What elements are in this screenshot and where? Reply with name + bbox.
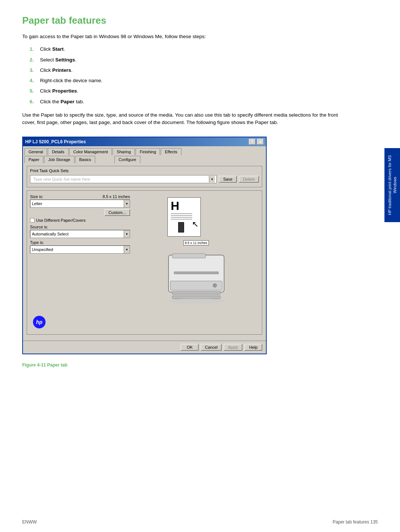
paper-h-letter: H bbox=[171, 200, 197, 212]
tab-finishing[interactable]: Finishing bbox=[136, 148, 160, 155]
dialog-bottom-buttons: OK Cancel Apply Help bbox=[23, 341, 266, 354]
use-different-checkbox[interactable] bbox=[30, 218, 34, 222]
size-value: 8.5 x 11 inches bbox=[103, 194, 130, 199]
svg-point-4 bbox=[213, 284, 217, 287]
ok-button[interactable]: OK bbox=[181, 344, 199, 351]
type-is-label: Type is: bbox=[30, 240, 130, 245]
page-footer: ENWW Paper tab features 135 bbox=[22, 519, 378, 525]
dialog-body: Print Task Quick Sets Type new Quick Set… bbox=[23, 163, 266, 341]
cancel-button[interactable]: Cancel bbox=[201, 344, 221, 351]
dialog-titlebar: HP LJ 5200_PCL6 Properties ? ✕ bbox=[23, 137, 266, 146]
dialog-title: HP LJ 5200_PCL6 Properties bbox=[25, 139, 86, 144]
footer-right: Paper tab features 135 bbox=[333, 519, 378, 525]
size-badge: 8.5 x 11 inches bbox=[183, 240, 209, 245]
step-2: 2. Select Settings. bbox=[30, 56, 341, 64]
step-text-4: Right-click the device name. bbox=[40, 77, 103, 84]
hp-logo: hp bbox=[33, 316, 46, 328]
cursor-icon: ↖ bbox=[192, 220, 199, 229]
paper-line-1 bbox=[171, 213, 192, 214]
source-selected-value: Automatically Select bbox=[30, 232, 69, 236]
paper-lines bbox=[171, 213, 197, 220]
side-tab: HP traditional print drivers for MS Wind… bbox=[384, 148, 400, 222]
step-text-3: Click Printers. bbox=[40, 67, 73, 74]
custom-button[interactable]: Custom... bbox=[104, 209, 130, 216]
titlebar-buttons: ? ✕ bbox=[249, 139, 264, 145]
paper-options-fieldset: Size is: 8.5 x 11 inches Letter ▼ Custom… bbox=[27, 190, 262, 335]
step-text-6: Click the Paper tab. bbox=[40, 98, 84, 106]
quick-set-placeholder: Type new Quick Set name here bbox=[32, 177, 90, 181]
size-selected-value: Letter bbox=[30, 201, 42, 206]
step-num-2: 2. bbox=[30, 56, 36, 64]
apply-button[interactable]: Apply bbox=[224, 344, 242, 351]
quick-set-row: Type new Quick Set name here ▼ Save Dele… bbox=[30, 175, 259, 183]
page-title: Paper tab features bbox=[22, 15, 341, 26]
size-select[interactable]: Letter ▼ bbox=[30, 200, 130, 208]
help-btn[interactable]: Help bbox=[244, 344, 262, 351]
svg-point-7 bbox=[169, 298, 224, 304]
footer-left: ENWW bbox=[22, 519, 37, 525]
step-5: 5. Click Properties. bbox=[30, 87, 341, 95]
svg-rect-2 bbox=[174, 272, 219, 274]
paper-right-column: H ↖ bbox=[134, 194, 259, 311]
tabs-container: General Details Color Management Sharing… bbox=[23, 146, 266, 163]
body-paragraph: Use the Paper tab to specify the size, t… bbox=[22, 111, 341, 127]
tab-general[interactable]: General bbox=[24, 148, 47, 155]
svg-rect-1 bbox=[172, 254, 206, 258]
tab-color-management[interactable]: Color Management bbox=[69, 148, 112, 155]
paper-left-column: Size is: 8.5 x 11 inches Letter ▼ Custom… bbox=[30, 194, 130, 311]
paper-bar-icon bbox=[178, 222, 184, 232]
custom-btn-row: Custom... bbox=[30, 209, 130, 216]
source-select[interactable]: Automatically Select ▼ bbox=[30, 230, 130, 238]
tab-job-storage[interactable]: Job Storage bbox=[44, 156, 74, 163]
use-different-label: Use Different Paper/Covers bbox=[36, 218, 86, 222]
step-text-1: Click Start. bbox=[40, 46, 65, 53]
quick-sets-fieldset: Print Task Quick Sets Type new Quick Set… bbox=[27, 166, 262, 187]
tabs-row-1: General Details Color Management Sharing… bbox=[24, 148, 264, 155]
step-text-5: Click Properties. bbox=[40, 87, 79, 95]
tab-basics[interactable]: Basics bbox=[75, 156, 95, 163]
tab-paper[interactable]: Paper bbox=[24, 156, 43, 163]
close-button[interactable]: ✕ bbox=[257, 139, 264, 145]
quick-set-dropdown[interactable]: Type new Quick Set name here ▼ bbox=[30, 175, 217, 183]
intro-paragraph: To gain access to the Paper tab in Windo… bbox=[22, 33, 341, 40]
delete-button[interactable]: Delete bbox=[239, 176, 259, 183]
save-button[interactable]: Save bbox=[219, 176, 237, 183]
paper-line-4 bbox=[171, 219, 192, 220]
printer-svg bbox=[161, 251, 231, 311]
paper-line-2 bbox=[171, 215, 192, 216]
tab-configure[interactable]: Configure bbox=[114, 156, 140, 163]
source-dropdown-arrow-icon[interactable]: ▼ bbox=[124, 230, 130, 238]
dropdown-arrow-icon[interactable]: ▼ bbox=[209, 176, 215, 183]
type-selected-value: Unspecified bbox=[30, 247, 53, 252]
dialog-window: HP LJ 5200_PCL6 Properties ? ✕ General D… bbox=[22, 137, 267, 354]
tab-sharing[interactable]: Sharing bbox=[113, 148, 135, 155]
paper-sheet: H bbox=[167, 197, 201, 237]
size-dropdown-arrow-icon[interactable]: ▼ bbox=[124, 200, 130, 207]
svg-rect-6 bbox=[172, 296, 220, 299]
use-different-row: Use Different Paper/Covers bbox=[30, 218, 130, 222]
tab-details[interactable]: Details bbox=[48, 148, 69, 155]
help-button[interactable]: ? bbox=[249, 139, 256, 145]
step-num-5: 5. bbox=[30, 87, 36, 95]
paper-options-area: Size is: 8.5 x 11 inches Letter ▼ Custom… bbox=[30, 194, 259, 311]
step-3: 3. Click Printers. bbox=[30, 67, 341, 74]
step-6: 6. Click the Paper tab. bbox=[30, 98, 341, 106]
quick-sets-label: Print Task Quick Sets bbox=[30, 168, 259, 173]
tab-effects[interactable]: Effects bbox=[161, 148, 181, 155]
tabs-row-2: Paper Job Storage Basics Configure bbox=[24, 155, 264, 163]
step-num-6: 6. bbox=[30, 98, 36, 106]
type-dropdown-arrow-icon[interactable]: ▼ bbox=[124, 246, 130, 253]
source-is-label: Source is: bbox=[30, 225, 130, 229]
printer-illustration bbox=[161, 251, 231, 311]
figure-caption: Figure 4-11 Paper tab bbox=[22, 362, 341, 368]
paper-line-3 bbox=[171, 217, 192, 218]
step-num-4: 4. bbox=[30, 77, 36, 84]
size-is-label: Size is: bbox=[30, 194, 43, 199]
side-tab-text: HP traditional print drivers for MS Wind… bbox=[387, 151, 398, 219]
hp-logo-area: hp bbox=[30, 314, 259, 331]
size-is-row: Size is: 8.5 x 11 inches bbox=[30, 194, 130, 199]
step-1: 1. Click Start. bbox=[30, 46, 341, 53]
step-num-1: 1. bbox=[30, 46, 36, 53]
type-select[interactable]: Unspecified ▼ bbox=[30, 245, 130, 254]
svg-rect-5 bbox=[172, 291, 220, 294]
